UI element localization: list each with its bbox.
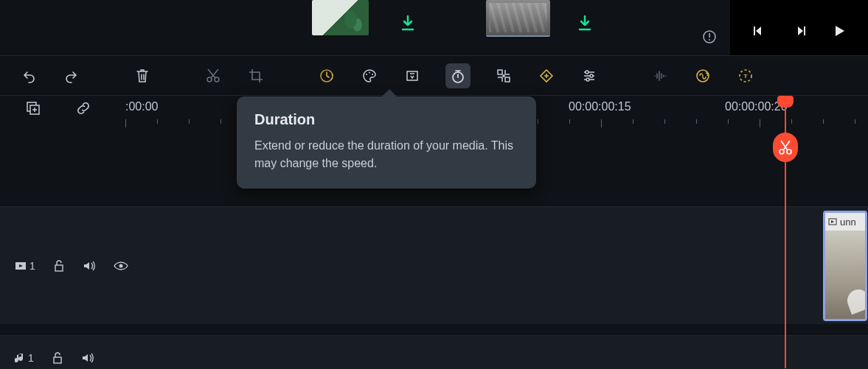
track-index: 1: [29, 260, 35, 272]
clip-header: unn: [825, 213, 865, 231]
undo-button[interactable]: [19, 66, 38, 85]
timeline-clip[interactable]: unn: [823, 211, 867, 321]
link-icon[interactable]: [75, 100, 91, 116]
video-track-body[interactable]: [125, 207, 868, 324]
svg-point-10: [369, 71, 370, 73]
audio-track-head: 1: [0, 336, 125, 369]
svg-rect-4: [804, 27, 805, 35]
adjust-icon[interactable]: [580, 66, 599, 85]
track-index: 1: [28, 352, 34, 364]
svg-point-26: [119, 264, 122, 267]
track-type-icon: 1: [15, 260, 35, 272]
svg-point-18: [586, 78, 589, 81]
lock-icon[interactable]: [52, 351, 63, 365]
svg-rect-25: [55, 265, 63, 271]
cut-icon[interactable]: [204, 66, 223, 85]
timeline-tracks: 1 1: [0, 133, 868, 369]
tooltip-title: Duration: [254, 111, 518, 128]
ruler-label: :00:00: [125, 100, 158, 113]
delete-button[interactable]: [133, 66, 152, 85]
video-track-head: 1: [0, 207, 125, 324]
svg-point-16: [586, 71, 588, 74]
ruler-label: 00:00:00:15: [569, 100, 631, 113]
add-track-icon[interactable]: [25, 100, 41, 116]
speed-icon[interactable]: [317, 66, 336, 85]
track-type-icon: 1: [15, 352, 34, 364]
playback-panel: [730, 0, 868, 55]
audio-wave-icon[interactable]: [650, 66, 670, 85]
color-icon[interactable]: [360, 66, 379, 85]
media-strip: [0, 0, 868, 55]
audio-stretch-icon[interactable]: [693, 66, 712, 85]
mask-icon[interactable]: [403, 66, 422, 85]
media-thumbnail[interactable]: [486, 0, 550, 37]
clip-thumbnail: [825, 231, 865, 319]
text-anim-icon[interactable]: T: [736, 66, 755, 85]
audio-track[interactable]: 1: [0, 335, 868, 369]
audio-track-body[interactable]: [125, 336, 868, 369]
svg-rect-15: [505, 77, 510, 82]
svg-rect-27: [54, 357, 61, 363]
svg-point-2: [709, 39, 710, 41]
download-icon[interactable]: [577, 15, 592, 31]
svg-rect-14: [498, 70, 502, 74]
play-button[interactable]: [833, 24, 846, 38]
redo-button[interactable]: [62, 66, 81, 85]
video-track[interactable]: 1: [0, 206, 868, 324]
ruler-label: 00:00:00:20: [725, 100, 788, 113]
step-back-button[interactable]: [753, 24, 766, 38]
media-thumbnail[interactable]: [312, 0, 369, 35]
warning-icon[interactable]: [702, 29, 717, 44]
svg-point-11: [372, 74, 373, 75]
step-forward-button[interactable]: [793, 24, 806, 38]
download-icon[interactable]: [400, 15, 415, 31]
lock-icon[interactable]: [53, 259, 65, 273]
keyframe-icon[interactable]: [537, 66, 556, 85]
ruler-controls: [0, 100, 125, 116]
duration-button[interactable]: [445, 63, 471, 88]
mute-icon[interactable]: [81, 352, 94, 364]
smart-cut-icon[interactable]: [494, 66, 513, 85]
svg-text:T: T: [744, 73, 748, 80]
svg-rect-3: [754, 27, 755, 35]
svg-point-17: [590, 74, 593, 77]
timeline-toolbar: T: [0, 55, 868, 96]
mute-icon[interactable]: [83, 260, 96, 272]
clip-label: unn: [840, 217, 856, 228]
svg-point-9: [366, 74, 367, 75]
crop-icon[interactable]: [246, 66, 265, 85]
